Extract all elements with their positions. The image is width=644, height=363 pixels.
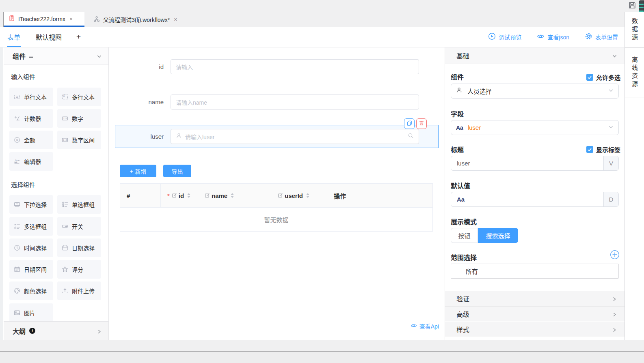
- left-gutter: [0, 47, 3, 340]
- col-id[interactable]: * id: [161, 184, 198, 207]
- tile-radio-group[interactable]: 单选框组: [57, 195, 101, 214]
- default-value-input[interactable]: Aa D: [451, 192, 619, 207]
- tile-date-range[interactable]: 日期区间: [9, 260, 53, 279]
- range-select-input[interactable]: 所有: [451, 264, 619, 279]
- tile-number-range[interactable]: 1~3 数字区间: [57, 131, 101, 149]
- form-settings-button[interactable]: 表单设置: [585, 32, 618, 41]
- tile-time-picker[interactable]: 时间选择: [9, 238, 53, 257]
- outline-bar[interactable]: 大纲 i: [4, 321, 108, 340]
- title-variable-button[interactable]: V: [603, 156, 618, 170]
- info-icon: i: [29, 328, 35, 334]
- sort-icon[interactable]: [231, 193, 234, 198]
- chevron-down-icon: [608, 88, 614, 95]
- component-type-select[interactable]: 人员选择: [451, 84, 619, 99]
- input-placeholder: 请输入: [176, 63, 414, 71]
- component-label: 组件: [451, 72, 464, 82]
- tab-form[interactable]: 表单: [7, 32, 20, 42]
- debug-preview-label: 调试预览: [499, 33, 521, 41]
- form-designer-app: ITeacher222.formx × 父流程测试3(lj).workflowx…: [0, 0, 644, 363]
- tile-single-line-text[interactable]: A 单行文本: [9, 88, 53, 106]
- tile-editor[interactable]: A 编辑器: [9, 152, 53, 171]
- chevron-right-icon: [612, 327, 617, 334]
- allow-multi-checkbox-row[interactable]: 允许多选: [586, 73, 620, 82]
- tile-color-picker[interactable]: 颜色选择: [9, 281, 53, 300]
- tile-amount[interactable]: ¥ 金额: [9, 131, 53, 149]
- save-button[interactable]: [628, 2, 637, 11]
- col-name[interactable]: name: [198, 184, 271, 207]
- tab-default-view[interactable]: 默认视图: [36, 32, 62, 42]
- debug-preview-button[interactable]: 调试预览: [488, 32, 521, 41]
- view-api-link[interactable]: 查看Api: [411, 322, 439, 330]
- multi-line-text-icon: A: [62, 94, 68, 100]
- show-label-checkbox-row[interactable]: 显示标签: [586, 145, 620, 154]
- section-advanced[interactable]: 高级: [445, 306, 625, 321]
- field-input-name[interactable]: 请输入name: [171, 95, 419, 110]
- view-json-button[interactable]: 查看json: [537, 32, 569, 41]
- section-basic-header[interactable]: 基础: [445, 47, 625, 64]
- tile-checkbox-group[interactable]: 多选框组: [9, 217, 53, 236]
- delete-component-button[interactable]: [416, 118, 427, 129]
- section-validation[interactable]: 验证: [445, 291, 625, 306]
- tile-counter[interactable]: 计数器: [9, 109, 53, 128]
- add-row-label: 新增: [135, 167, 147, 175]
- sort-icon[interactable]: [306, 193, 309, 198]
- sort-icon[interactable]: [187, 193, 190, 198]
- tile-date-picker[interactable]: 日期选择: [57, 238, 101, 257]
- components-panel-header[interactable]: 组件: [4, 47, 108, 65]
- tile-switch[interactable]: 开关: [57, 217, 101, 236]
- range-value: 所有: [466, 267, 478, 275]
- rail-item-data-source[interactable]: 数据源: [625, 12, 644, 48]
- display-mode-option-search-select[interactable]: 搜索选择: [478, 228, 518, 243]
- display-mode-label: 展示模式: [451, 217, 477, 226]
- components-panel-body: 输入组件 A 单行文本 A 多行文本 计数器 123 数字 ¥ 金额: [4, 65, 108, 321]
- tile-rating[interactable]: 评分: [57, 260, 101, 279]
- save-icon: [628, 1, 636, 11]
- search-icon: [408, 133, 414, 140]
- file-tab-form[interactable]: ITeacher222.formx ×: [4, 12, 84, 27]
- form-file-icon: [9, 15, 15, 23]
- section-validation-title: 验证: [456, 294, 469, 303]
- editor-icon: A: [14, 158, 20, 165]
- outline-label: 大纲: [13, 326, 26, 336]
- add-range-button[interactable]: [610, 250, 620, 260]
- checkbox-checked-icon[interactable]: [586, 146, 593, 153]
- field-input-id[interactable]: 请输入: [171, 59, 419, 74]
- export-button[interactable]: 导出: [163, 165, 191, 177]
- checkbox-checked-icon[interactable]: [586, 74, 593, 81]
- tile-image[interactable]: 图片: [9, 303, 53, 321]
- default-dynamic-button[interactable]: D: [603, 192, 618, 206]
- close-icon[interactable]: ×: [69, 16, 73, 22]
- input-placeholder: 请输入name: [176, 98, 414, 106]
- tile-dropdown-select[interactable]: 下拉选择: [9, 195, 53, 214]
- radio-group-icon: [62, 201, 68, 208]
- rail-item-offline-resources[interactable]: 离线资源: [625, 48, 644, 97]
- col-userid-label: userId: [285, 192, 303, 199]
- allow-multi-label: 允许多选: [596, 73, 620, 82]
- data-source-label: 数据源: [630, 18, 639, 42]
- chevron-down-icon[interactable]: [97, 54, 102, 61]
- form-settings-label: 表单设置: [595, 33, 618, 41]
- display-mode-option-button[interactable]: 按钮: [451, 228, 478, 243]
- field-value: luser: [468, 124, 481, 131]
- chevron-right-icon[interactable]: [97, 329, 102, 336]
- add-view-button[interactable]: +: [76, 32, 81, 41]
- copy-component-button[interactable]: [404, 118, 415, 129]
- field-select[interactable]: Aa luser: [451, 120, 619, 135]
- right-rail: 数据源 离线资源: [625, 12, 644, 340]
- field-label-id: id: [109, 63, 164, 70]
- close-icon[interactable]: ×: [174, 16, 177, 23]
- col-userid[interactable]: userId: [271, 184, 327, 207]
- upload-icon: [62, 288, 68, 294]
- tile-number[interactable]: 123 数字: [57, 109, 101, 128]
- eye-icon: [537, 32, 545, 41]
- tile-attachment-upload[interactable]: 附件上传: [57, 281, 101, 300]
- chevron-down-icon: [608, 124, 614, 131]
- section-style[interactable]: 样式: [445, 322, 625, 337]
- add-row-button[interactable]: + 新增: [120, 165, 156, 177]
- title-input[interactable]: luser V: [451, 156, 619, 171]
- field-input-luser[interactable]: 请输入luser: [171, 129, 419, 144]
- svg-text:A: A: [16, 95, 18, 99]
- chevron-down-icon[interactable]: [612, 53, 617, 60]
- tile-multi-line-text[interactable]: A 多行文本: [57, 88, 101, 106]
- file-tab-workflow[interactable]: 父流程测试3(lj).workflowx* ×: [89, 12, 182, 27]
